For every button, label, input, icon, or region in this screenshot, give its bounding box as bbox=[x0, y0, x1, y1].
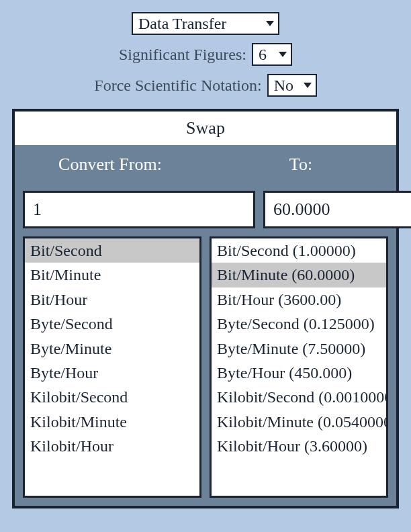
category-select[interactable]: Data Transfer bbox=[132, 12, 279, 35]
list-item[interactable]: Byte/Minute (7.50000) bbox=[212, 337, 386, 361]
column-headers: Convert From: To: bbox=[15, 145, 396, 184]
list-item[interactable]: Byte/Second bbox=[25, 312, 199, 336]
list-item[interactable]: Byte/Minute bbox=[25, 337, 199, 361]
to-header: To: bbox=[205, 145, 396, 184]
from-header: Convert From: bbox=[15, 145, 205, 184]
scinot-label: Force Scientific Notation: bbox=[94, 77, 261, 95]
converter-panel: Swap Convert From: To: Bit/SecondBit/Min… bbox=[12, 109, 399, 508]
list-item[interactable]: Kilobit/Minute bbox=[25, 410, 199, 434]
list-item[interactable]: Kilobit/Hour bbox=[25, 434, 199, 458]
sigfigs-label: Significant Figures: bbox=[119, 46, 246, 64]
list-item[interactable]: Bit/Minute (60.0000) bbox=[212, 263, 386, 287]
list-item[interactable]: Kilobit/Minute (0.0540000) bbox=[212, 410, 386, 434]
from-unit-list[interactable]: Bit/SecondBit/MinuteBit/HourByte/SecondB… bbox=[23, 236, 201, 498]
list-item[interactable]: Bit/Hour (3600.00) bbox=[212, 287, 386, 312]
list-item[interactable]: Bit/Second (1.00000) bbox=[212, 238, 386, 263]
list-item[interactable]: Kilobit/Second (0.00100000) bbox=[212, 385, 386, 409]
to-value-input[interactable] bbox=[263, 191, 411, 228]
list-item[interactable]: Byte/Hour (450.000) bbox=[212, 361, 386, 385]
sigfigs-select[interactable]: 6 bbox=[252, 43, 292, 66]
swap-button[interactable]: Swap bbox=[15, 112, 396, 145]
list-item[interactable]: Bit/Minute bbox=[25, 263, 199, 287]
list-item[interactable]: Kilobit/Hour (3.60000) bbox=[212, 434, 386, 458]
scinot-select[interactable]: No bbox=[267, 74, 317, 97]
from-value-input[interactable] bbox=[23, 191, 255, 228]
list-item[interactable]: Bit/Hour bbox=[25, 287, 199, 312]
list-item[interactable]: Kilobit/Second bbox=[25, 385, 199, 409]
to-unit-list[interactable]: Bit/Second (1.00000)Bit/Minute (60.0000)… bbox=[210, 236, 388, 498]
list-item[interactable]: Bit/Second bbox=[25, 238, 199, 263]
list-item[interactable]: Byte/Second (0.125000) bbox=[212, 312, 386, 336]
list-item[interactable]: Byte/Hour bbox=[25, 361, 199, 385]
